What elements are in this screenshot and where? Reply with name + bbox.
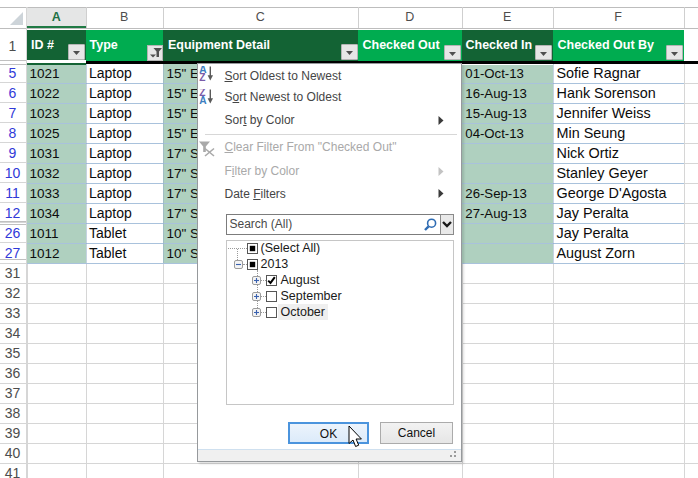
svg-text:Z: Z xyxy=(199,72,205,82)
svg-text:A: A xyxy=(199,95,207,105)
